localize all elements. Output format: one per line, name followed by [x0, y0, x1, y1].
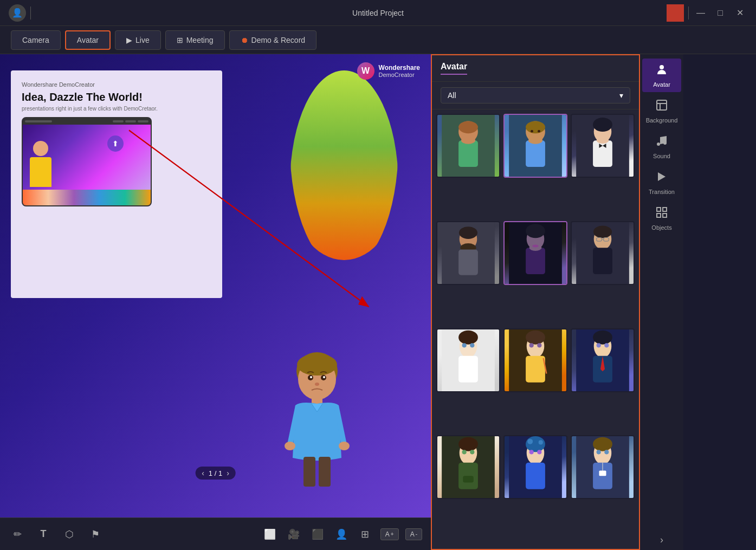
svg-point-67 — [593, 330, 612, 344]
avatar-card-3[interactable] — [571, 114, 635, 178]
avatar-side-icon — [655, 63, 668, 79]
svg-rect-96 — [657, 100, 667, 110]
bg-shape — [290, 70, 398, 260]
svg-point-26 — [538, 130, 540, 133]
avatar-figure-10 — [437, 436, 499, 498]
avatar-grid — [432, 109, 639, 543]
font-increase-button[interactable]: A + — [380, 528, 399, 540]
svg-point-78 — [470, 450, 474, 454]
side-icons-panel: Avatar Background Sound Transition — [640, 54, 683, 550]
side-icon-objects[interactable]: Objects — [642, 202, 681, 235]
background-side-icon — [655, 99, 668, 115]
camera-label: Camera — [22, 36, 49, 44]
avatar-card-7[interactable] — [436, 328, 500, 392]
svg-point-44 — [532, 244, 538, 247]
font-decrease-icon: A — [410, 530, 415, 538]
scroll-down-arrow[interactable]: › — [660, 534, 663, 546]
side-icon-sound[interactable]: Sound — [642, 130, 681, 164]
side-icon-background[interactable]: Background — [642, 94, 681, 128]
background-side-label: Background — [646, 117, 678, 124]
avatar-card-10[interactable] — [436, 435, 500, 499]
avatar-card-12[interactable] — [571, 435, 635, 499]
avatar-card-2[interactable] — [503, 114, 567, 178]
shape-icon: ⬡ — [65, 528, 74, 540]
screen-layout-button[interactable]: ⬜ — [261, 526, 279, 543]
svg-rect-92 — [599, 471, 606, 476]
preview-area: W Wondershare DemoCreator Wondershare De… — [0, 54, 431, 550]
objects-side-label: Objects — [651, 224, 671, 231]
avatar-card-11[interactable] — [503, 435, 567, 499]
side-icon-transition[interactable]: Transition — [642, 166, 681, 199]
ws-logo-icon: W — [357, 62, 374, 80]
ws-logo-text2: DemoCreator — [379, 72, 420, 78]
svg-rect-75 — [458, 463, 478, 489]
transition-side-label: Transition — [649, 189, 675, 195]
tab-live[interactable]: ▶ Live — [115, 30, 161, 50]
meeting-label: Meeting — [186, 36, 214, 44]
toolbar-left: ✏ T ⬡ ⚑ — [9, 526, 104, 543]
text-tool-button[interactable]: T — [35, 526, 52, 543]
tab-demo[interactable]: ⏺ Demo & Record — [229, 30, 317, 50]
avatar-figure-2 — [505, 115, 566, 177]
svg-point-6 — [323, 376, 325, 378]
text-icon: T — [41, 528, 47, 540]
svg-rect-61 — [526, 355, 545, 382]
avatar-card-6[interactable] — [571, 221, 635, 285]
tab-meeting[interactable]: ⊞ Meeting — [165, 30, 225, 50]
close-button[interactable]: ✕ — [732, 5, 747, 21]
stamp-tool-button[interactable]: ⚑ — [87, 526, 104, 543]
avatar-layout-button[interactable]: 👤 — [333, 526, 350, 543]
pen-tool-button[interactable]: ✏ — [9, 526, 26, 543]
separator — [30, 7, 31, 20]
svg-point-17 — [458, 121, 478, 133]
font-minus-icon: - — [416, 531, 417, 537]
svg-rect-101 — [663, 208, 667, 211]
shape-tool-button[interactable]: ⬡ — [61, 526, 78, 543]
avatar-card-9[interactable] — [571, 328, 635, 392]
user-icon[interactable]: 👤 — [9, 4, 26, 22]
side-icon-avatar[interactable]: Avatar — [642, 59, 681, 92]
svg-rect-103 — [657, 213, 661, 217]
camera-layout-button[interactable]: 🎥 — [285, 526, 302, 543]
slide-overlay: Wondershare DemoCreator Idea, Dazzle The… — [11, 70, 222, 298]
svg-rect-55 — [458, 355, 478, 382]
minimize-button[interactable]: — — [693, 5, 708, 21]
meeting-icon: ⊞ — [177, 36, 183, 44]
sound-side-icon — [655, 134, 668, 151]
maximize-button[interactable]: □ — [713, 5, 728, 21]
avatar-card-1[interactable] — [436, 114, 500, 178]
window-layout-button[interactable]: ⬛ — [309, 526, 326, 543]
svg-point-89 — [593, 437, 612, 451]
tab-camera[interactable]: Camera — [11, 30, 61, 50]
slide-subtitle: presentations right in just a few clicks… — [22, 106, 211, 112]
tab-avatar[interactable]: Avatar — [65, 30, 111, 50]
font-decrease-button[interactable]: A - — [405, 528, 422, 540]
avatar-preview-figure — [279, 350, 355, 496]
separator2 — [688, 7, 689, 20]
window-layout-icon: ⬛ — [312, 528, 324, 540]
group-layout-icon: ⊞ — [361, 528, 369, 540]
prev-page-button[interactable]: ‹ — [202, 469, 204, 477]
preview-canvas: W Wondershare DemoCreator Wondershare De… — [0, 54, 431, 517]
objects-side-icon — [655, 206, 668, 222]
svg-point-93 — [597, 450, 601, 454]
sound-side-label: Sound — [653, 153, 670, 159]
next-page-button[interactable]: › — [227, 469, 229, 477]
filter-arrow-icon: ▾ — [619, 91, 623, 100]
svg-point-83 — [539, 441, 543, 445]
avatar-card-8[interactable] — [503, 328, 567, 392]
avatar-figure-8 — [505, 329, 566, 391]
avatar-card-4[interactable] — [436, 221, 500, 285]
avatar-card-5[interactable] — [503, 221, 567, 285]
svg-point-24 — [528, 137, 542, 144]
avatar-figure-5 — [505, 222, 566, 284]
svg-point-56 — [462, 343, 467, 347]
title-bar: 👤 Untitled Project — □ ✕ — [0, 0, 756, 26]
record-button[interactable] — [667, 4, 684, 22]
avatar-filter-select[interactable]: All ▾ — [441, 87, 630, 103]
svg-rect-38 — [458, 249, 478, 275]
transition-side-icon — [655, 170, 668, 186]
avatar-layout-icon: 👤 — [335, 528, 347, 540]
svg-point-29 — [593, 118, 612, 132]
group-layout-button[interactable]: ⊞ — [357, 526, 374, 543]
